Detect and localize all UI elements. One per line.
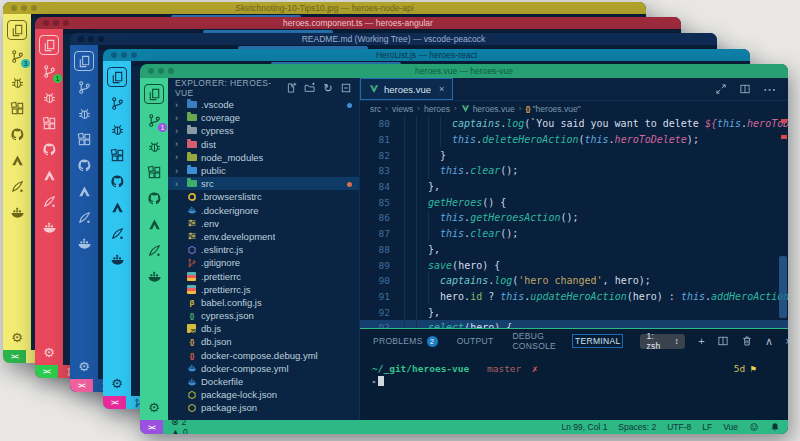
split-terminal-icon[interactable] [717,335,729,347]
settings-gear-icon[interactable]: ⚙ [40,343,58,361]
status-feedback-smiley[interactable] [749,422,759,432]
remote-indicator[interactable]: >< [35,365,58,378]
source-control-icon[interactable] [75,78,93,96]
kill-terminal-icon[interactable] [741,335,753,347]
explorer-icon[interactable] [108,68,126,86]
code-line-80[interactable]: 80captains.log(`You said you want to del… [360,116,788,132]
tree-item-.eslintrc.js[interactable]: .eslintrc.js [168,243,359,256]
extensions-icon[interactable] [40,114,58,132]
status-right-item[interactable]: Vue [723,422,738,432]
tree-item-docker-compose.yml[interactable]: docker-compose.yml [168,362,359,375]
explorer-icon[interactable] [8,21,26,39]
docker-icon[interactable] [75,234,93,252]
tree-item-.vscode[interactable]: ›.vscode [168,98,359,111]
code-line-82[interactable]: 82} [360,147,788,163]
tree-item-package.json[interactable]: package.json [168,401,359,414]
close-panel-icon[interactable]: × [785,336,788,347]
debug-icon[interactable] [145,137,163,155]
terminal[interactable]: ~/_git/heroes-vue master ✗ 5d⚑ ▸ [360,353,788,420]
debug-icon[interactable] [40,88,58,106]
tree-item-dist[interactable]: ›dist [168,138,359,151]
new-terminal-icon[interactable]: + [698,336,705,347]
tree-item-.dockerignore[interactable]: .dockerignore [168,204,359,217]
settings-gear-icon[interactable]: ⚙ [75,357,93,375]
code-line-87[interactable]: 87this.clear(); [360,226,788,242]
peacock-icon[interactable] [75,208,93,226]
breadcrumb-item[interactable]: views [392,104,413,114]
extensions-icon[interactable] [145,163,163,181]
window-titlebar[interactable]: README.md (Working Tree) — vscode-peacoc… [70,33,717,45]
tree-item-public[interactable]: ›public [168,164,359,177]
minimize-window-icon[interactable] [121,52,127,58]
github-icon[interactable] [145,189,163,207]
tree-item-docker-compose.debug.yml[interactable]: {}docker-compose.debug.yml [168,349,359,362]
explorer-icon[interactable] [145,85,163,103]
code-line-89[interactable]: 89save(hero) { [360,257,788,273]
extensions-icon[interactable] [75,130,93,148]
zoom-window-icon[interactable] [168,68,174,74]
code-line-91[interactable]: 91hero.id ? this.updateHeroAction(hero) … [360,289,788,305]
azure-icon[interactable] [145,215,163,233]
code-line-92[interactable]: 92}, [360,304,788,320]
source-control-icon[interactable]: 1 [40,62,58,80]
status-errors[interactable]: ⊗2 [171,420,219,427]
zoom-window-icon[interactable] [131,52,137,58]
new-folder-icon[interactable] [304,82,316,94]
settings-gear-icon[interactable]: ⚙ [8,328,26,346]
tree-item-.env[interactable]: .env [168,217,359,230]
tree-item-.browserslistrc[interactable]: .browserslistrc [168,190,359,203]
azure-icon[interactable] [40,166,58,184]
terminal-select[interactable]: 1: zsh↕ [640,334,685,349]
status-warnings[interactable]: ▲0 [171,427,219,434]
breadcrumb-item[interactable]: heroes.vue [461,104,515,114]
panel-tab-debug-console[interactable]: DEBUG CONSOLE [509,329,559,353]
tree-item-.prettierrc.js[interactable]: .prettierrc.js [168,283,359,296]
source-control-icon[interactable] [108,94,126,112]
github-icon[interactable] [75,156,93,174]
source-control-icon[interactable]: 3 [8,47,26,65]
split-editor-icon[interactable] [739,83,751,95]
code-editor[interactable]: 80captains.log(`You said you want to del… [360,116,788,328]
docker-icon[interactable] [108,250,126,268]
status-right-item[interactable]: UTF-8 [667,422,691,432]
github-icon[interactable] [108,172,126,190]
tree-item-.prettierrc[interactable]: .prettierrc [168,269,359,282]
docker-icon[interactable] [145,267,163,285]
explorer-icon[interactable] [75,52,93,70]
settings-gear-icon[interactable]: ⚙ [145,398,163,416]
minimize-window-icon[interactable] [53,20,59,26]
github-icon[interactable] [8,125,26,143]
traffic-lights[interactable] [43,20,69,26]
code-line-93[interactable]: 93select(hero) { [360,320,788,328]
minimize-window-icon[interactable] [21,5,27,11]
code-line-84[interactable]: 84}, [360,179,788,195]
new-file-icon[interactable] [285,82,297,94]
window-titlebar[interactable]: heroes.vue — heroes-vue [140,64,788,78]
azure-icon[interactable] [8,151,26,169]
tree-item-src[interactable]: ›src [168,177,359,190]
window-titlebar[interactable]: HeroList.js — heroes-react [103,49,750,61]
tree-item-cypress[interactable]: ›cypress [168,124,359,137]
panel-tab-terminal[interactable]: TERMINAL [572,334,623,348]
docker-icon[interactable] [40,218,58,236]
status-notifications-bell[interactable] [770,422,780,432]
zoom-window-icon[interactable] [63,20,69,26]
code-line-85[interactable]: 85getHeroes() { [360,194,788,210]
traffic-lights[interactable] [78,36,104,42]
close-window-icon[interactable] [11,5,17,11]
peacock-icon[interactable] [145,241,163,259]
remote-indicator[interactable]: >< [70,379,93,392]
azure-icon[interactable] [75,182,93,200]
traffic-lights[interactable] [111,52,137,58]
refresh-icon[interactable]: ↻ [323,83,333,94]
traffic-lights[interactable] [11,5,37,11]
peacock-icon[interactable] [40,192,58,210]
tree-item-Dockerfile[interactable]: Dockerfile [168,375,359,388]
tree-item-package-lock.json[interactable]: package-lock.json [168,388,359,401]
code-line-88[interactable]: 88}, [360,242,788,258]
debug-icon[interactable] [108,120,126,138]
debug-icon[interactable] [75,104,93,122]
peacock-icon[interactable] [8,177,26,195]
close-window-icon[interactable] [148,68,154,74]
status-right-item[interactable]: Ln 99, Col 1 [562,422,608,432]
